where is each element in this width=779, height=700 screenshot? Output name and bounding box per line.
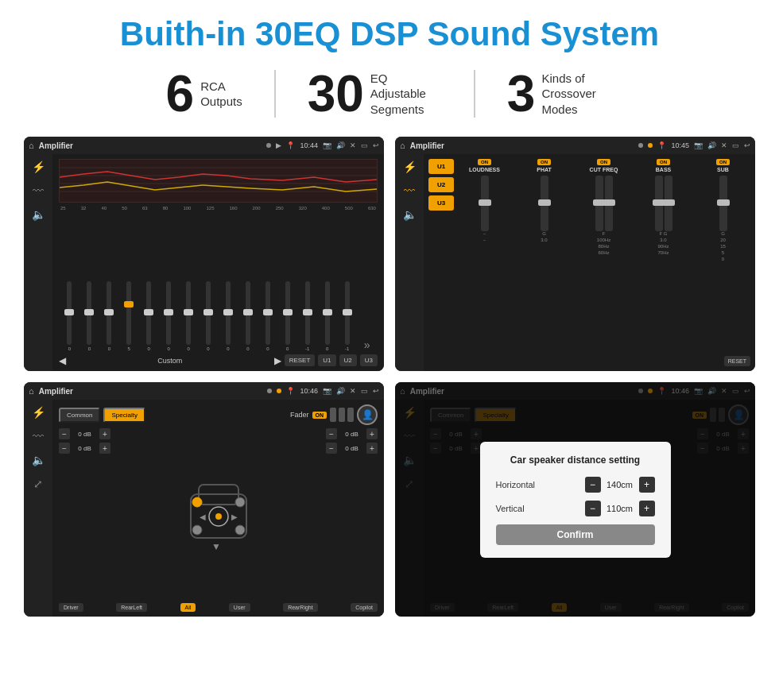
- eq-slider-12: -1: [298, 281, 316, 351]
- fader-screen: ⌂ Amplifier 📍 10:46 📷 🔊 ✕ ▭ ↩ ⚡ 〰 🔈 ⤢: [24, 382, 384, 617]
- mixer-speaker-icon[interactable]: 🔈: [403, 208, 417, 221]
- stats-row: 6 RCAOutputs 30 EQ AdjustableSegments 3 …: [24, 68, 755, 119]
- eq-slider-8: 0: [219, 281, 238, 351]
- eq-sidebar-eq-icon[interactable]: ⚡: [32, 160, 45, 173]
- freq-50: 50: [122, 206, 127, 211]
- mixer-title: Amplifier: [410, 141, 634, 150]
- fader-camera-icon: 📷: [323, 387, 331, 395]
- camera-icon: 📷: [323, 141, 331, 149]
- fader-rearleft-button[interactable]: RearLeft: [116, 603, 147, 612]
- dialog-horizontal-row: Horizontal − 140cm +: [496, 477, 655, 493]
- mixer-channels: ON LOUDNESS ~ ~: [457, 159, 750, 353]
- fader-rr-minus[interactable]: −: [326, 443, 337, 454]
- mixer-u2-button[interactable]: U2: [428, 177, 454, 192]
- freq-630: 630: [368, 206, 376, 211]
- mixer-time: 10:45: [671, 141, 689, 149]
- back-icon[interactable]: ↩: [373, 141, 379, 149]
- loudness-on-btn[interactable]: ON: [478, 159, 491, 165]
- dialog-vertical-minus[interactable]: −: [585, 501, 601, 516]
- dialog-confirm-button[interactable]: Confirm: [496, 524, 655, 545]
- freq-320: 320: [299, 206, 307, 211]
- fader-title: Amplifier: [39, 387, 263, 396]
- fader-tab-specialty[interactable]: Specialty: [103, 408, 145, 423]
- mixer-u-buttons: U1 U2 U3: [428, 159, 454, 353]
- mixer-wave-icon[interactable]: 〰: [404, 184, 415, 197]
- loudness-vals: ~ ~: [483, 231, 486, 242]
- eq-sidebar-wave-icon[interactable]: 〰: [33, 184, 44, 197]
- dialog-horizontal-input: − 140cm +: [585, 477, 655, 493]
- fader-arrows-icon[interactable]: ⤢: [33, 478, 43, 490]
- mixer-channel-sub: ON SUB G 20 15 5 0: [696, 159, 750, 353]
- fader-driver-button[interactable]: Driver: [59, 603, 83, 612]
- fader-wave-icon[interactable]: 〰: [33, 430, 44, 443]
- fader-copilot-button[interactable]: Copilot: [351, 603, 378, 612]
- eq-u3-button[interactable]: U3: [360, 354, 378, 366]
- fader-user-button[interactable]: User: [229, 603, 250, 612]
- dialog-horizontal-plus[interactable]: +: [639, 477, 655, 493]
- fader-speaker-icon[interactable]: 🔈: [32, 454, 45, 466]
- dialog-vertical-plus[interactable]: +: [639, 501, 655, 516]
- eq-u1-button[interactable]: U1: [318, 354, 335, 366]
- home-icon[interactable]: ⌂: [29, 141, 34, 150]
- mixer-eq-icon[interactable]: ⚡: [403, 160, 417, 173]
- fader-rl-plus[interactable]: +: [99, 443, 110, 454]
- svg-point-7: [215, 513, 222, 520]
- mixer-home-icon[interactable]: ⌂: [400, 141, 405, 150]
- mixer-u3-button[interactable]: U3: [428, 195, 454, 211]
- fader-time: 10:46: [300, 387, 318, 395]
- bass-on-btn[interactable]: ON: [657, 159, 670, 165]
- sub-vals: G 20 15 5 0: [720, 231, 726, 261]
- fader-fl-plus[interactable]: +: [99, 428, 110, 439]
- mixer-u1-button[interactable]: U1: [428, 159, 454, 174]
- fader-fl-minus[interactable]: −: [59, 428, 70, 439]
- bass-vals: F G 3.0 90Hz 70Hz: [657, 231, 669, 255]
- eq-sidebar-speaker-icon[interactable]: 🔈: [32, 208, 45, 221]
- mixer-pin-icon: 📍: [657, 141, 666, 149]
- fader-label: Fader: [290, 411, 309, 419]
- mixer-channel-bass: ON BASS F G 3.0 90Hz 70: [636, 159, 691, 353]
- fader-eq-icon[interactable]: ⚡: [32, 406, 45, 419]
- freq-25: 25: [60, 206, 66, 211]
- fader-back-icon[interactable]: ↩: [373, 387, 379, 395]
- eq-preset-label: Custom: [69, 357, 271, 365]
- fader-all-button[interactable]: All: [180, 603, 196, 612]
- fader-tab-common[interactable]: Common: [59, 408, 100, 423]
- eq-title: Amplifier: [39, 141, 262, 150]
- mixer-reset-button[interactable]: RESET: [724, 356, 750, 366]
- eq-slider-1: 0: [80, 281, 99, 351]
- mixer-main: U1 U2 U3 ON LOUDNESS: [424, 154, 755, 371]
- fader-fr-minus[interactable]: −: [326, 428, 337, 439]
- fader-rr-row: − 0 dB +: [326, 443, 378, 454]
- stat-number-crossover: 3: [507, 68, 536, 119]
- eq-reset-button[interactable]: RESET: [285, 354, 316, 366]
- close-icon[interactable]: ✕: [350, 141, 356, 149]
- dialog-horizontal-minus[interactable]: −: [585, 477, 601, 493]
- freq-400: 400: [322, 206, 330, 211]
- fader-rr-plus[interactable]: +: [366, 443, 378, 454]
- stat-label-eq: EQ AdjustableSegments: [370, 71, 442, 118]
- eq-graph: [59, 159, 378, 203]
- fader-rl-minus[interactable]: −: [59, 443, 70, 454]
- fader-fr-plus[interactable]: +: [366, 428, 378, 439]
- fader-rearright-button[interactable]: RearRight: [283, 603, 318, 612]
- fader-close-icon[interactable]: ✕: [350, 387, 356, 395]
- mixer-back-icon[interactable]: ↩: [744, 141, 750, 149]
- cutfreq-vals: F 100Hz 80Hz 60Hz: [597, 231, 610, 255]
- dialog-title: Car speaker distance setting: [496, 454, 655, 466]
- fader-on-badge[interactable]: ON: [312, 412, 327, 419]
- eq-u2-button[interactable]: U2: [339, 354, 357, 366]
- eq-prev-button[interactable]: ◀: [59, 355, 66, 366]
- distance-screen: ⌂ Amplifier 📍 10:46 📷 🔊 ✕ ▭ ↩ ⚡ 〰 🔈 ⤢: [395, 382, 755, 617]
- eq-next-button[interactable]: ▶: [274, 355, 281, 366]
- fader-home-icon[interactable]: ⌂: [29, 386, 34, 396]
- sub-on-btn[interactable]: ON: [716, 159, 730, 165]
- mixer-body: U1 U2 U3 ON LOUDNESS: [428, 159, 750, 353]
- cutfreq-on-btn[interactable]: ON: [597, 159, 610, 165]
- fader-main: Common Specialty Fader ON 👤: [52, 400, 384, 617]
- mixer-close-icon[interactable]: ✕: [721, 141, 727, 149]
- phat-on-btn[interactable]: ON: [537, 159, 551, 165]
- stat-label-rca: RCAOutputs: [200, 79, 242, 110]
- fader-left-sidebar: ⚡ 〰 🔈 ⤢: [24, 400, 52, 617]
- fader-content: ⚡ 〰 🔈 ⤢ Common Specialty Fader ON: [24, 400, 384, 617]
- stat-eq: 30 EQ AdjustableSegments: [276, 68, 474, 119]
